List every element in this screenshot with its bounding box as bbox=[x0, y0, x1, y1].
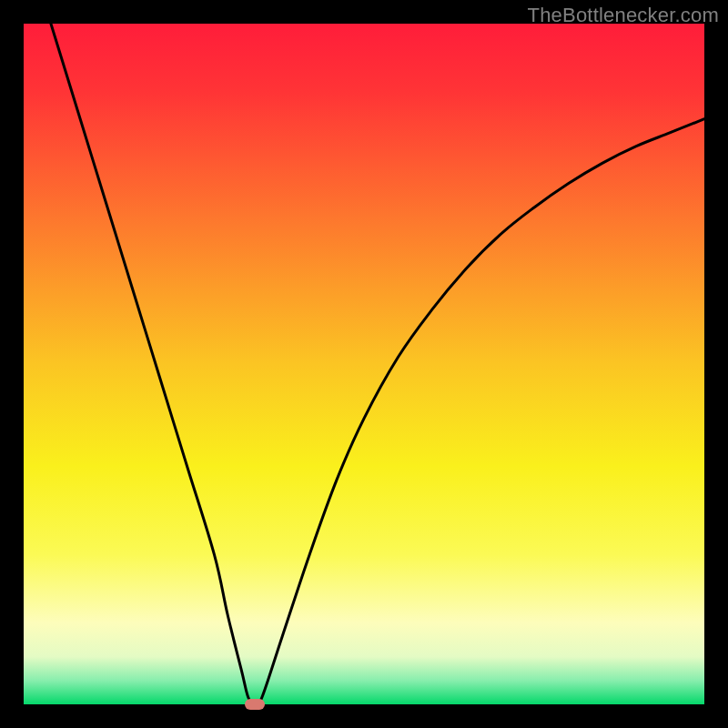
watermark-text: TheBottlenecker.com bbox=[528, 4, 719, 27]
plot-area bbox=[24, 24, 704, 704]
gradient-background bbox=[24, 24, 704, 704]
optimal-point-marker bbox=[245, 699, 265, 710]
chart-svg bbox=[24, 24, 704, 704]
chart-frame: TheBottlenecker.com bbox=[0, 0, 728, 728]
